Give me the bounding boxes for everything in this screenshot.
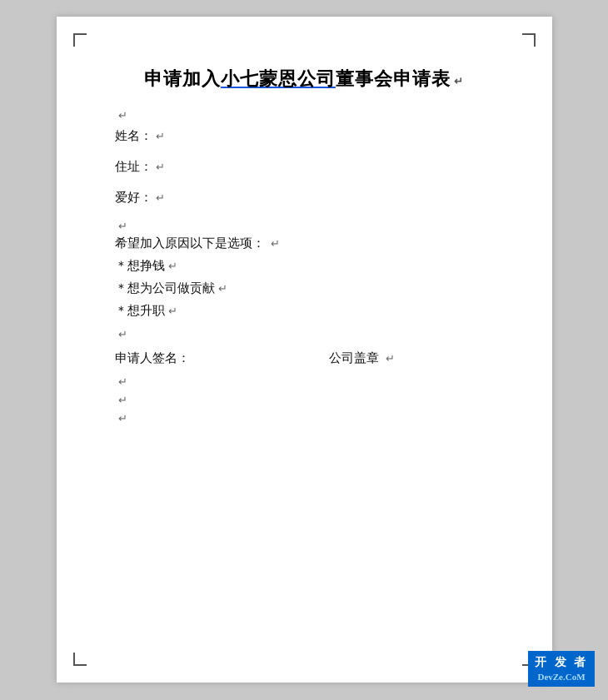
hope-item-1: ＊想挣钱 ↵ (115, 258, 494, 274)
watermark-line1: 开 发 者 (535, 654, 588, 671)
signature-right: 公司盖章 ↵ (279, 350, 494, 366)
arrow-4: ↵ (118, 375, 127, 388)
signature-left-text: 申请人签名： (115, 351, 190, 365)
line-break-1: ↵ (115, 107, 494, 125)
signature-line: 申请人签名： 公司盖章 ↵ (115, 350, 494, 366)
signature-right-arrow: ↵ (386, 352, 395, 365)
address-field-line: 住址： ↵ (115, 156, 494, 178)
document-title: 申请加入小七蒙恩公司董事会申请表 ↵ (115, 67, 494, 92)
address-arrow: ↵ (156, 157, 165, 176)
signature-left: 申请人签名： (115, 350, 280, 366)
arrow-3: ↵ (118, 328, 127, 340)
arrow-1: ↵ (118, 109, 127, 122)
watermark-line2: DevZe.CoM (535, 671, 588, 683)
hope-item-1-arrow: ↵ (168, 260, 177, 273)
line-break-3: ↵ (115, 325, 494, 344)
line-break-5: ↵ (115, 391, 494, 410)
hope-title-arrow: ↵ (271, 237, 280, 250)
hope-title: 希望加入原因以下是选项： ↵ (115, 236, 494, 251)
line-break-4: ↵ (115, 373, 494, 391)
title-underline: 小七蒙恩公司 (221, 68, 336, 89)
watermark: 开 发 者 DevZe.CoM (528, 651, 595, 687)
title-part1: 申请加入 (144, 68, 221, 89)
arrow-6: ↵ (118, 412, 127, 424)
title-arrow: ↵ (451, 75, 464, 87)
name-arrow: ↵ (156, 127, 165, 146)
arrow-2: ↵ (118, 220, 127, 232)
hope-title-text: 希望加入原因以下是选项： (115, 236, 265, 250)
line-break-2: ↵ (115, 217, 494, 236)
document-page: 申请加入小七蒙恩公司董事会申请表 ↵ ↵ 姓名： ↵ 住址： ↵ 爱好： ↵ ↵… (57, 17, 552, 683)
line-break-6: ↵ (115, 410, 494, 428)
hope-item-1-text: ＊想挣钱 (115, 258, 165, 274)
corner-mark-bl (73, 653, 87, 666)
hobby-arrow: ↵ (156, 188, 165, 207)
hope-item-3: ＊想升职 ↵ (115, 303, 494, 319)
title-part2: 董事会申请表 (336, 68, 451, 89)
corner-mark-tl (73, 33, 87, 47)
hope-item-2-arrow: ↵ (218, 282, 227, 295)
signature-right-text: 公司盖章 (329, 351, 379, 365)
hope-item-3-text: ＊想升职 (115, 303, 165, 319)
name-field-line: 姓名： ↵ (115, 125, 494, 147)
hobby-field-line: 爱好： ↵ (115, 186, 494, 209)
hope-item-3-arrow: ↵ (168, 305, 177, 318)
corner-mark-tr (522, 33, 536, 47)
hope-item-2-text: ＊想为公司做贡献 (115, 280, 215, 296)
arrow-5: ↵ (118, 394, 127, 406)
hobby-label: 爱好： (115, 186, 152, 209)
name-label: 姓名： (115, 125, 152, 147)
hope-item-2: ＊想为公司做贡献 ↵ (115, 280, 494, 296)
address-label: 住址： (115, 156, 152, 178)
